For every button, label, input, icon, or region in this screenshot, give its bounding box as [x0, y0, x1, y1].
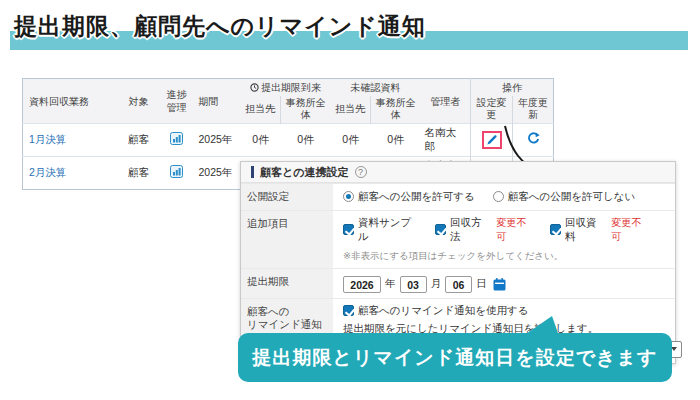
refresh-icon[interactable]	[527, 132, 540, 145]
checkbox-material-label: 回収資料	[565, 216, 607, 244]
checkbox-checked-icon	[343, 305, 354, 316]
col-progress-line2: 管理	[167, 102, 187, 113]
checkbox-checked-icon	[435, 224, 446, 235]
col-target: 対象	[119, 79, 159, 124]
year-field[interactable]: 2026	[343, 276, 381, 293]
checkbox-sample-label: 資料サンプル	[358, 216, 421, 244]
radio-allow-label: 顧客への公開を許可する	[358, 190, 475, 204]
deadline-client-cell: 0件	[241, 123, 281, 156]
col-deadline-client: 担当先	[241, 96, 281, 124]
checkbox-material[interactable]: 回収資料 変更不可	[550, 216, 651, 244]
year-suffix: 年	[385, 277, 396, 291]
month-field[interactable]: 03	[400, 276, 427, 293]
checkbox-use-reminder[interactable]: 顧客へのリマインド通知を使用する	[343, 304, 528, 318]
col-group-unconfirmed: 未確認資料	[331, 79, 421, 96]
col-manager: 管理者	[421, 79, 471, 124]
col-task: 資料回収業務	[23, 79, 119, 124]
publish-setting-label: 公開設定	[241, 184, 333, 210]
checkbox-sample[interactable]: 資料サンプル	[343, 216, 421, 244]
col-ops-year: 年度更新	[513, 96, 554, 124]
target-cell: 顧客	[119, 156, 159, 189]
col-ops-settings: 設定変更	[471, 96, 513, 124]
help-icon[interactable]: ?	[355, 166, 367, 178]
deadline-row: 提出期限 2026 年 03 月 06 日	[241, 268, 675, 298]
radio-allow-publish[interactable]: 顧客への公開を許可する	[343, 190, 475, 204]
additional-items-row: 追加項目 資料サンプル 回収方法 変更不可 回収資料 変更不	[241, 210, 675, 268]
col-group-ops: 操作	[471, 79, 554, 96]
edit-pencil-icon[interactable]	[486, 134, 498, 146]
radio-deny-label: 顧客への公開を許可しない	[508, 190, 635, 204]
col-progress: 進捗 管理	[159, 79, 195, 124]
col-group-deadline: 提出期限到来	[241, 79, 331, 96]
radio-selected-icon	[343, 191, 354, 202]
target-cell: 顧客	[119, 123, 159, 156]
deadline-office-cell: 0件	[281, 123, 331, 156]
use-reminder-label: 顧客へのリマインド通知を使用する	[358, 304, 528, 318]
col-period: 期間	[195, 79, 241, 124]
dialog-header: 顧客との連携設定 ?	[241, 162, 675, 183]
header-accent-bar	[251, 166, 254, 178]
dialog-title: 顧客との連携設定	[260, 165, 349, 180]
col-deadline-office: 事務所全体	[281, 96, 331, 124]
page: 提出期限、顧問先へのリマインド通知 資料回収業務 対象 進捗 管理 期間 提出期…	[0, 0, 700, 400]
day-suffix: 日	[476, 277, 487, 291]
reminder-label-line2: リマインド通知	[247, 318, 322, 330]
checkbox-method-label: 回収方法	[450, 216, 492, 244]
checkbox-checked-icon	[343, 224, 354, 235]
unchangeable-badge: 変更不可	[611, 216, 651, 244]
day-field[interactable]: 06	[445, 276, 472, 293]
unchangeable-badge: 変更不可	[497, 216, 537, 244]
period-cell: 2025年	[195, 156, 241, 189]
radio-unselected-icon	[493, 191, 504, 202]
manager-cell: 名南太郎	[421, 123, 471, 156]
reminder-label-line1: 顧客への	[247, 305, 290, 317]
task-link[interactable]: 2月決算	[29, 166, 66, 178]
progress-chart-icon[interactable]	[170, 132, 183, 145]
hide-items-note: ※非表示にする項目はチェックを外してください。	[343, 250, 665, 263]
checkbox-checked-icon	[550, 224, 561, 235]
col-unconfirmed-client: 担当先	[331, 96, 371, 124]
page-title: 提出期限、顧問先へのリマインド通知	[14, 11, 426, 42]
unconfirmed-client-cell: 0件	[331, 123, 371, 156]
col-unconfirmed-office: 事務所全体	[371, 96, 421, 124]
col-group-deadline-label: 提出期限到来	[261, 82, 321, 93]
progress-chart-icon[interactable]	[170, 165, 183, 178]
callout-text: 提出期限とリマインド通知日を設定できます	[253, 345, 658, 371]
period-cell: 2025年	[195, 123, 241, 156]
calendar-icon[interactable]	[493, 278, 506, 291]
edit-highlight-box	[482, 131, 502, 149]
publish-setting-row: 公開設定 顧客への公開を許可する 顧客への公開を許可しない	[241, 183, 675, 210]
checkbox-method[interactable]: 回収方法 変更不可	[435, 216, 536, 244]
additional-items-label: 追加項目	[241, 211, 333, 268]
month-suffix: 月	[431, 277, 442, 291]
unconfirmed-office-cell: 0件	[371, 123, 421, 156]
radio-deny-publish[interactable]: 顧客への公開を許可しない	[493, 190, 635, 204]
chevron-down-icon	[671, 347, 677, 351]
deadline-label: 提出期限	[241, 269, 333, 298]
callout-bubble: 提出期限とリマインド通知日を設定できます	[238, 333, 672, 382]
task-link[interactable]: 1月決算	[29, 133, 66, 145]
clock-icon	[250, 83, 259, 92]
table-row: 1月決算 顧客 2025年 0件 0件 0件 0件 名南太郎	[23, 123, 554, 156]
col-progress-line1: 進捗	[167, 89, 187, 100]
